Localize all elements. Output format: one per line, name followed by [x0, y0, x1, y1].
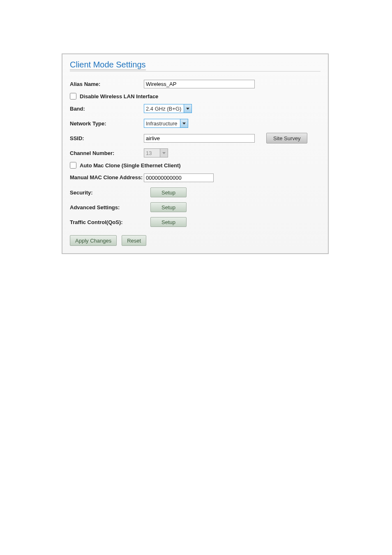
label-band: Band:	[70, 106, 144, 112]
label-qos: Traffic Control(QoS):	[70, 219, 144, 225]
channel-number-select: 13	[144, 148, 168, 157]
bottom-actions: Apply Changes Reset	[70, 235, 321, 246]
row-manual-mac: Manual MAC Clone Address:	[70, 172, 321, 183]
label-security: Security:	[70, 190, 144, 196]
label-network-type: Network Type:	[70, 120, 144, 127]
row-qos: Traffic Control(QoS): Setup	[70, 216, 321, 228]
title-divider	[70, 71, 321, 72]
dropdown-icon	[160, 149, 168, 157]
label-disable-wlan: Disable Wireless LAN Interface	[80, 93, 158, 99]
advanced-setup-button[interactable]: Setup	[150, 202, 187, 212]
label-auto-mac-clone: Auto Mac Clone (Single Ethernet Client)	[80, 162, 181, 169]
site-survey-button[interactable]: Site Survey	[266, 133, 307, 143]
apply-changes-button[interactable]: Apply Changes	[70, 235, 117, 246]
dropdown-icon	[184, 104, 191, 113]
row-network-type: Network Type: Infrastructure	[70, 118, 321, 129]
row-ssid: SSID: Site Survey	[70, 132, 321, 144]
row-alias-name: Alias Name:	[70, 78, 321, 90]
network-type-select-value: Infrastructure	[144, 119, 180, 127]
row-band: Band: 2.4 GHz (B+G)	[70, 103, 321, 114]
row-channel-number: Channel Number: 13	[70, 147, 321, 159]
row-auto-mac-clone: Auto Mac Clone (Single Ethernet Client)	[70, 162, 321, 169]
security-setup-button[interactable]: Setup	[150, 187, 187, 197]
reset-button[interactable]: Reset	[122, 235, 146, 246]
label-alias-name: Alias Name:	[70, 81, 144, 87]
ssid-input[interactable]	[144, 134, 255, 143]
qos-setup-button[interactable]: Setup	[150, 217, 187, 227]
page-title: Client Mode Settings	[70, 60, 146, 70]
row-security: Security: Setup	[70, 187, 321, 198]
row-advanced: Advanced Settings: Setup	[70, 201, 321, 213]
manual-mac-input[interactable]	[144, 173, 214, 182]
channel-number-select-value: 13	[144, 149, 160, 157]
band-select[interactable]: 2.4 GHz (B+G)	[144, 104, 192, 113]
disable-wlan-checkbox[interactable]	[70, 93, 76, 99]
label-ssid: SSID:	[70, 135, 144, 141]
auto-mac-clone-checkbox[interactable]	[70, 162, 76, 169]
label-manual-mac: Manual MAC Clone Address:	[70, 174, 144, 181]
label-channel-number: Channel Number:	[70, 150, 144, 156]
dropdown-icon	[180, 119, 188, 127]
alias-name-input[interactable]	[144, 80, 255, 88]
settings-panel: Client Mode Settings Alias Name: Disable…	[62, 53, 329, 254]
row-disable-wlan: Disable Wireless LAN Interface	[70, 93, 321, 99]
network-type-select[interactable]: Infrastructure	[144, 119, 188, 128]
label-advanced: Advanced Settings:	[70, 204, 144, 210]
band-select-value: 2.4 GHz (B+G)	[144, 104, 184, 113]
